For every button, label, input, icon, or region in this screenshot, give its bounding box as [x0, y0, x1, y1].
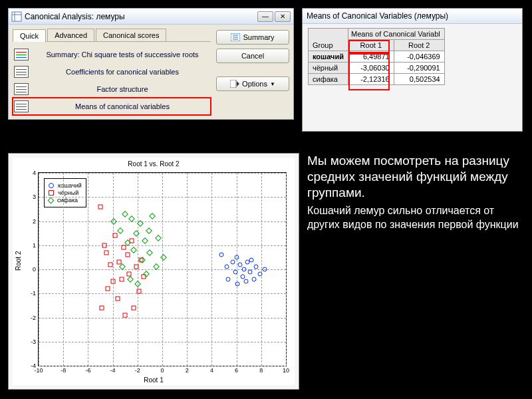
scatter-plot: Root 1 vs. Root 2 Root 2 Root 1 кошачий …: [13, 158, 295, 385]
tab-canonical-scores[interactable]: Canonical scores: [96, 29, 166, 41]
cancel-button[interactable]: Cancel: [216, 49, 289, 63]
data-point: [113, 233, 118, 238]
data-point: [119, 277, 124, 281]
table-title: Means of Canonical Variables (лемуры): [303, 9, 522, 24]
svg-rect-7: [230, 80, 236, 88]
grid-icon: [14, 66, 29, 78]
data-point: [219, 253, 224, 257]
data-point: [106, 287, 110, 291]
paragraph-1: Мы можем посмотреть на разницу средних з…: [307, 153, 524, 200]
item-label: Summary: Chi square tests of successive …: [35, 51, 209, 59]
options-button[interactable]: Options ▼: [216, 76, 289, 91]
data-point: [251, 277, 256, 281]
data-point: [224, 265, 229, 269]
data-point: [249, 257, 253, 262]
means-table: Group Means of Canonical Variabl Root 1 …: [308, 28, 445, 85]
x-axis-label: Root 1: [13, 376, 295, 384]
data-point: [111, 218, 118, 225]
marker-diamond-green: [48, 197, 55, 203]
data-point: [225, 277, 230, 281]
y-axis-label: Root 2: [15, 251, 22, 271]
group-header: Group: [309, 29, 348, 51]
data-point: [99, 306, 104, 311]
summary-button[interactable]: Summary: [216, 30, 289, 45]
dialog-title: Canonical Analysis: лемуры: [25, 12, 257, 21]
item-summary-chisquare[interactable]: Summary: Chi square tests of successive …: [13, 46, 211, 63]
plot-area: кошачий чёрный сифака -10-8-6-4-20246810…: [38, 172, 287, 366]
data-point: [254, 265, 259, 269]
button-label: Cancel: [241, 52, 264, 60]
scatter-plot-panel: Root 1 vs. Root 2 Root 2 Root 1 кошачий …: [8, 153, 299, 390]
data-point: [117, 227, 124, 234]
data-point: [116, 260, 121, 265]
canonical-analysis-dialog: Canonical Analysis: лемуры — ✕ Quick Adv…: [8, 8, 294, 120]
marker-square-red: [49, 190, 54, 196]
chevron-down-icon: ▼: [270, 81, 275, 87]
data-point: [240, 274, 245, 279]
data-point: [146, 227, 152, 234]
item-label: Means of canonical variables: [35, 102, 209, 110]
data-point: [146, 249, 153, 256]
legend-label: чёрный: [58, 190, 78, 196]
legend-label: кошачий: [58, 182, 82, 189]
item-means-canonical[interactable]: Means of canonical variables: [13, 98, 211, 115]
grid-icon: [14, 49, 29, 61]
data-point: [125, 253, 130, 257]
data-point: [108, 262, 112, 267]
mega-header: Means of Canonical Variabl: [348, 29, 445, 40]
data-point: [257, 272, 262, 277]
tab-quick[interactable]: Quick: [13, 29, 46, 42]
data-point: [238, 262, 243, 267]
col-root2: Root 2: [394, 40, 444, 51]
paragraph-2: Кошачий лемур сильно отличается от други…: [307, 204, 524, 232]
means-table-panel: Means of Canonical Variables (лемуры) Gr…: [302, 8, 523, 132]
data-point: [244, 279, 249, 284]
data-point: [136, 289, 141, 293]
explanation-text: Мы можем посмотреть на разницу средних з…: [307, 153, 524, 232]
data-point: [231, 260, 235, 265]
data-point: [142, 237, 148, 244]
data-point: [248, 269, 253, 274]
app-icon: [11, 11, 22, 22]
data-point: [116, 296, 120, 301]
item-factor-structure[interactable]: Factor structure: [13, 80, 211, 98]
data-point: [134, 265, 138, 269]
item-label: Coefficients for canonical variables: [35, 68, 209, 76]
tab-advanced[interactable]: Advanced: [47, 29, 94, 41]
data-point: [235, 281, 240, 286]
data-point: [122, 211, 128, 217]
titlebar[interactable]: Canonical Analysis: лемуры — ✕: [9, 9, 293, 25]
data-point: [98, 204, 103, 209]
svg-rect-0: [12, 12, 21, 21]
grid-icon: [14, 100, 29, 112]
close-button[interactable]: ✕: [275, 11, 291, 22]
options-icon: [230, 80, 239, 88]
button-label: Summary: [243, 33, 274, 41]
summary-icon: [231, 33, 240, 41]
legend: кошачий чёрный сифака: [44, 178, 86, 207]
data-point: [160, 254, 167, 261]
data-point: [233, 269, 237, 274]
table-row: кошачий6,49871-0,046369: [309, 51, 445, 63]
table-row: сифака-2,123160,502534: [309, 74, 445, 85]
item-label: Factor structure: [35, 85, 209, 93]
data-point: [130, 247, 137, 253]
data-point: [241, 267, 246, 272]
data-point: [110, 279, 115, 284]
data-point: [102, 243, 106, 247]
table-row: чёрный-3,06030-0,290091: [309, 63, 445, 74]
tab-row: Quick Advanced Canonical scores: [13, 29, 211, 42]
data-point: [123, 313, 128, 317]
col-root1: Root 1: [348, 40, 394, 51]
data-point: [132, 306, 136, 311]
data-point: [122, 245, 126, 250]
data-point: [104, 250, 109, 255]
grid-icon: [14, 83, 29, 95]
item-coefficients[interactable]: Coefficients for canonical variables: [13, 63, 211, 80]
minimize-button[interactable]: —: [257, 11, 273, 22]
button-label: Options: [242, 80, 267, 88]
legend-label: сифака: [57, 197, 78, 203]
marker-circle-blue: [49, 183, 54, 188]
data-point: [127, 276, 134, 283]
data-point: [234, 255, 239, 259]
